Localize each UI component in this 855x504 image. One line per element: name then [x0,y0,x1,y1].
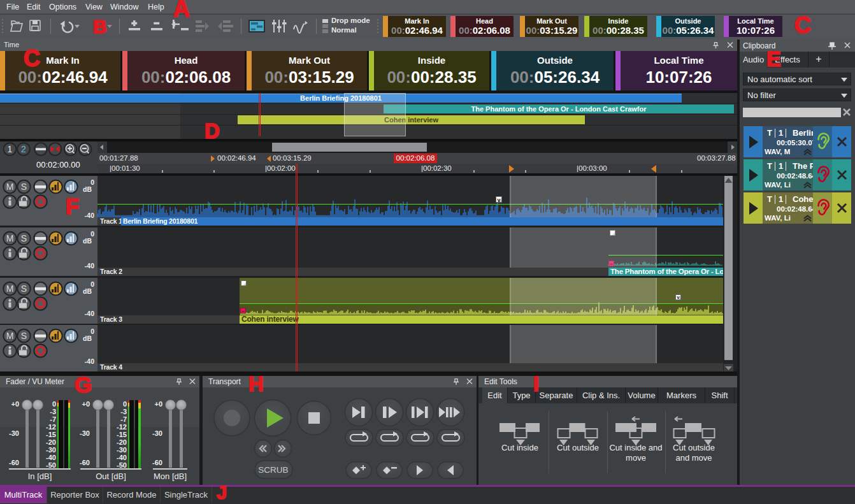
svg-text:Cut outside: Cut outside [673,443,715,452]
svg-text:2: 2 [21,144,26,154]
svg-text:S: S [21,331,27,341]
svg-text:1: 1 [8,144,13,154]
svg-text:M: M [6,331,14,341]
svg-text:SCRUB: SCRUB [258,465,288,475]
svg-text:and move: and move [675,453,712,463]
svg-text:move: move [626,453,646,463]
svg-text:Cut outside: Cut outside [557,443,599,452]
svg-text:Cut inside: Cut inside [501,443,538,452]
svg-text:Cut inside and: Cut inside and [609,443,662,452]
